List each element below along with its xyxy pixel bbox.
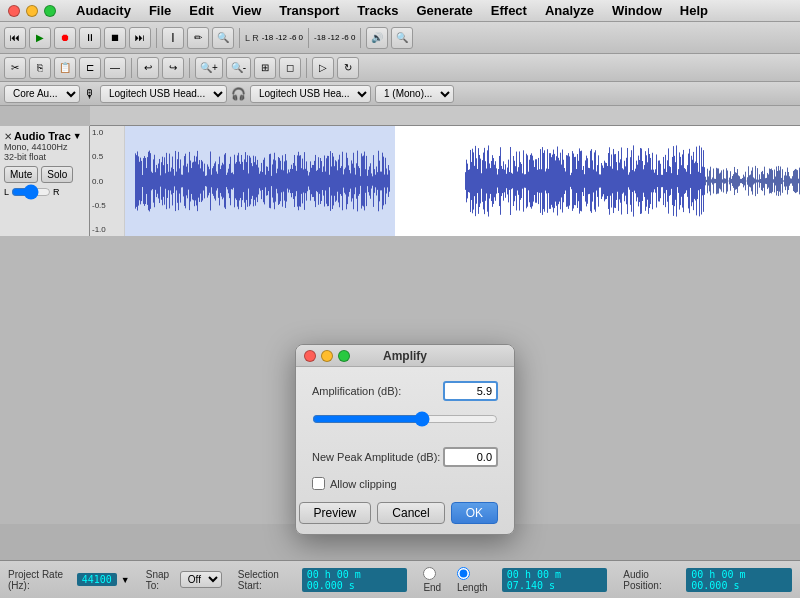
allow-clipping-row: Allow clipping: [312, 477, 498, 490]
selection-start-label: Selection Start:: [238, 569, 298, 591]
undo-button[interactable]: ↩: [137, 57, 159, 79]
close-button[interactable]: [8, 5, 20, 17]
mute-button[interactable]: Mute: [4, 166, 38, 183]
level-label: L R: [245, 33, 259, 43]
zoom-tool-button[interactable]: 🔍: [212, 27, 234, 49]
project-rate-arrow: ▼: [121, 575, 130, 585]
preview-button[interactable]: Preview: [299, 502, 372, 524]
channels-select[interactable]: 1 (Mono)...: [375, 85, 454, 103]
play-button[interactable]: ▶: [29, 27, 51, 49]
envelope-tool-button[interactable]: ✏: [187, 27, 209, 49]
menu-tracks[interactable]: Tracks: [349, 1, 406, 20]
loop-button[interactable]: ↻: [337, 57, 359, 79]
menu-generate[interactable]: Generate: [408, 1, 480, 20]
dialog-title: Amplify: [383, 349, 427, 363]
amplify-dialog: Amplify Amplification (dB): New Peak Amp…: [295, 344, 515, 535]
device-bar: Core Au... 🎙 Logitech USB Head... 🎧 Logi…: [0, 82, 800, 106]
waveform-area[interactable]: [125, 126, 800, 236]
redo-button[interactable]: ↪: [162, 57, 184, 79]
snap-to-select[interactable]: Off: [180, 571, 222, 588]
y-label-neg1: -1.0: [92, 225, 122, 234]
paste-button[interactable]: 📋: [54, 57, 76, 79]
sep7: [306, 58, 307, 78]
audio-position-label: Audio Position:: [623, 569, 682, 591]
ok-button[interactable]: OK: [451, 502, 498, 524]
microphone-select[interactable]: Logitech USB Head...: [100, 85, 227, 103]
peak-label: New Peak Amplitude (dB):: [312, 451, 443, 463]
menu-effect[interactable]: Effect: [483, 1, 535, 20]
amplification-row: Amplification (dB):: [312, 381, 498, 401]
amplification-input[interactable]: [443, 381, 498, 401]
dialog-minimize-button[interactable]: [321, 350, 333, 362]
menu-window[interactable]: Window: [604, 1, 670, 20]
zoom-in2-button[interactable]: 🔍+: [195, 57, 223, 79]
zoom-out-button[interactable]: 🔍-: [226, 57, 251, 79]
y-axis: 1.0 0.5 0.0 -0.5 -1.0: [90, 126, 125, 236]
menu-items: Audacity File Edit View Transport Tracks…: [68, 1, 716, 20]
stop-button[interactable]: ⏹: [104, 27, 126, 49]
y-label-0.5: 0.5: [92, 152, 122, 161]
selection-start-group: Selection Start: 00 h 00 m 00.000 s: [238, 568, 408, 592]
sep6: [189, 58, 190, 78]
edit-toolbar: ✂ ⎘ 📋 ⊏ — ↩ ↪ 🔍+ 🔍- ⊞ ◻ ▷ ↻: [0, 54, 800, 82]
peak-amplitude-row: New Peak Amplitude (dB):: [312, 447, 498, 467]
length-radio-label[interactable]: Length: [457, 567, 498, 593]
record-button[interactable]: ⏺: [54, 27, 76, 49]
trim-button[interactable]: ⊏: [79, 57, 101, 79]
headphone-icon: 🎧: [231, 87, 246, 101]
separator: [156, 28, 157, 48]
cut-button[interactable]: ✂: [4, 57, 26, 79]
project-rate-label: Project Rate (Hz):: [8, 569, 73, 591]
dialog-body: Amplification (dB): New Peak Amplitude (…: [296, 367, 514, 534]
menu-edit[interactable]: Edit: [181, 1, 222, 20]
solo-button[interactable]: Solo: [41, 166, 73, 183]
skip-to-start-button[interactable]: ⏮: [4, 27, 26, 49]
menu-help[interactable]: Help: [672, 1, 716, 20]
track-info-bit: 32-bit float: [4, 152, 85, 162]
pan-slider[interactable]: [11, 188, 51, 196]
track-controls: Mute Solo: [4, 166, 85, 183]
core-audio-select[interactable]: Core Au...: [4, 85, 80, 103]
maximize-button[interactable]: [44, 5, 56, 17]
selection-start-value: 00 h 00 m 00.000 s: [302, 568, 408, 592]
sep5: [131, 58, 132, 78]
zoom-sel-button[interactable]: ◻: [279, 57, 301, 79]
skip-to-end-button[interactable]: ⏭: [129, 27, 151, 49]
peak-input[interactable]: [443, 447, 498, 467]
separator4: [360, 28, 361, 48]
zoom-in-button[interactable]: 🔍: [391, 27, 413, 49]
db-label2: -18 -12 -6 0: [314, 33, 355, 42]
copy-button[interactable]: ⎘: [29, 57, 51, 79]
allow-clipping-checkbox[interactable]: [312, 477, 325, 490]
menu-file[interactable]: File: [141, 1, 179, 20]
amplification-label: Amplification (dB):: [312, 385, 443, 397]
menu-analyze[interactable]: Analyze: [537, 1, 602, 20]
select-tool-button[interactable]: I: [162, 27, 184, 49]
audio-position-value: 00 h 00 m 00.000 s: [686, 568, 792, 592]
volume-button[interactable]: 🔊: [366, 27, 388, 49]
output-select[interactable]: Logitech USB Hea...: [250, 85, 371, 103]
length-value: 00 h 00 m 07.140 s: [502, 568, 608, 592]
fit-button[interactable]: ⊞: [254, 57, 276, 79]
menu-view[interactable]: View: [224, 1, 269, 20]
cancel-button[interactable]: Cancel: [377, 502, 444, 524]
track-label: ✕ Audio Trac ▼ Mono, 44100Hz 32-bit floa…: [0, 126, 90, 236]
menu-transport[interactable]: Transport: [271, 1, 347, 20]
end-radio-label[interactable]: End: [423, 567, 453, 593]
minimize-button[interactable]: [26, 5, 38, 17]
track-title: Audio Trac: [14, 130, 71, 142]
slider-container: [312, 411, 498, 437]
end-radio[interactable]: [423, 567, 436, 580]
dialog-close-button[interactable]: [304, 350, 316, 362]
length-radio[interactable]: [457, 567, 470, 580]
pause-button[interactable]: ⏸: [79, 27, 101, 49]
left-label: L: [4, 187, 9, 197]
amplification-slider[interactable]: [312, 411, 498, 427]
dialog-zoom-button[interactable]: [338, 350, 350, 362]
y-label-0: 0.0: [92, 177, 122, 186]
silence-button[interactable]: —: [104, 57, 126, 79]
transport-toolbar: ⏮ ▶ ⏺ ⏸ ⏹ ⏭ I ✏ 🔍 L R -18 -12 -6 0 -18 -…: [0, 22, 800, 54]
play-at-cursor[interactable]: ▷: [312, 57, 334, 79]
menu-audacity[interactable]: Audacity: [68, 1, 139, 20]
right-label: R: [53, 187, 60, 197]
